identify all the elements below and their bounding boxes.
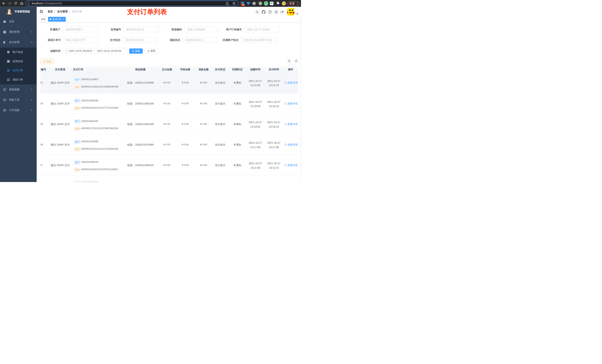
- svg-text:T: T: [282, 10, 284, 13]
- svg-text:y: y: [266, 2, 267, 5]
- svg-text:⌘: ⌘: [253, 2, 255, 5]
- svg-text:T: T: [280, 11, 282, 13]
